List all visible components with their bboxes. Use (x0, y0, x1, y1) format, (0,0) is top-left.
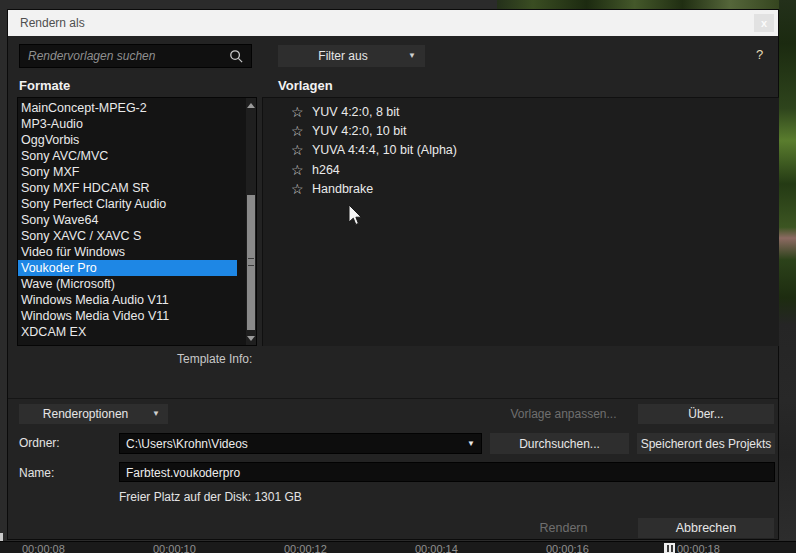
formats-list-items: MainConcept-MPEG-2MP3-AudioOggVorbisSony… (18, 100, 246, 340)
template-label: YUVA 4:4:4, 10 bit (Alpha) (312, 143, 457, 157)
format-list-item[interactable]: Sony Perfect Clarity Audio (18, 196, 237, 212)
favorite-star-icon[interactable]: ☆ (291, 182, 312, 196)
favorite-star-icon[interactable]: ☆ (291, 143, 312, 157)
folder-combobox[interactable]: C:\Users\Krohn\Videos ▼ (119, 433, 482, 454)
template-label: YUV 4:2:0, 10 bit (312, 124, 407, 138)
format-list-item[interactable]: Windows Media Audio V11 (18, 292, 237, 308)
format-list-item[interactable]: Wave (Microsoft) (18, 276, 237, 292)
free-space-text: Freier Platz auf der Disk: 1301 GB (119, 490, 302, 504)
cancel-button[interactable]: Abbrechen (638, 518, 774, 538)
timeline-timestamp: 00:00:18 (677, 543, 720, 553)
timeline-timestamp: 00:00:14 (415, 543, 458, 553)
customize-template-button: Vorlage anpassen... (506, 404, 621, 424)
dialog-title: Rendern als (20, 16, 85, 30)
project-location-label: Speicherort des Projekts (641, 437, 772, 451)
template-list-item[interactable]: ☆ YUV 4:2:0, 8 bit (263, 102, 779, 121)
template-label: Handbrake (312, 182, 373, 196)
format-list-item[interactable]: XDCAM EX (18, 324, 237, 340)
playhead-marker-icon[interactable] (664, 543, 675, 553)
template-label: h264 (312, 163, 340, 177)
favorite-star-icon[interactable]: ☆ (291, 124, 312, 138)
background-video-preview-right (779, 0, 796, 541)
render-as-dialog: Rendern als x Filter aus ▼ ? Formate Vor… (7, 9, 779, 540)
browse-label: Durchsuchen... (519, 437, 600, 451)
about-button[interactable]: Über... (638, 404, 774, 424)
scrollbar-thumb[interactable] (247, 195, 255, 330)
format-list-item[interactable]: Sony Wave64 (18, 212, 237, 228)
format-list-item[interactable]: Windows Media Video V11 (18, 308, 237, 324)
timeline-timestamp: 00:00:16 (546, 543, 589, 553)
chevron-down-icon[interactable]: ▼ (467, 440, 475, 448)
close-icon: x (761, 17, 767, 29)
scroll-down-icon[interactable] (247, 332, 255, 344)
favorite-star-icon[interactable]: ☆ (291, 163, 312, 177)
format-list-item[interactable]: Voukoder Pro (18, 260, 237, 276)
scroll-up-icon[interactable] (247, 99, 255, 111)
favorite-star-icon[interactable]: ☆ (291, 105, 312, 119)
format-list-item[interactable]: Sony AVC/MVC (18, 148, 237, 164)
template-list-item[interactable]: ☆ Handbrake (263, 179, 779, 198)
folder-path-value: C:\Users\Krohn\Videos (120, 437, 467, 451)
template-search-box (19, 44, 252, 68)
section-divider (8, 398, 778, 399)
render-options-button[interactable]: Renderoptionen ▼ (19, 404, 168, 424)
name-label: Name: (19, 466, 54, 480)
template-info-label: Template Info: (177, 352, 252, 366)
folder-label: Ordner: (19, 436, 60, 450)
template-list-item[interactable]: ☆ YUV 4:2:0, 10 bit (263, 121, 779, 140)
format-list-item[interactable]: MP3-Audio (18, 116, 237, 132)
close-button[interactable]: x (754, 14, 774, 32)
template-list-item[interactable]: ☆ YUVA 4:4:4, 10 bit (Alpha) (263, 141, 779, 160)
formats-scrollbar[interactable] (246, 98, 256, 345)
search-icon (229, 49, 244, 64)
template-label: YUV 4:2:0, 8 bit (312, 105, 400, 119)
timeline-ruler[interactable]: 00:00:0800:00:1000:00:1200:00:1400:00:16… (0, 541, 796, 553)
format-list-item[interactable]: Sony MXF (18, 164, 237, 180)
format-list-item[interactable]: Video für Windows (18, 244, 237, 260)
render-button: Rendern (506, 518, 621, 538)
render-options-label: Renderoptionen (19, 407, 152, 421)
dialog-body: Filter aus ▼ ? Formate Vorlagen MainConc… (8, 36, 778, 539)
project-location-button[interactable]: Speicherort des Projekts (637, 433, 775, 454)
dialog-titlebar[interactable]: Rendern als x (8, 10, 778, 36)
templates-header: Vorlagen (278, 78, 333, 93)
template-list-item[interactable]: ☆ h264 (263, 160, 779, 179)
templates-list-items: ☆ YUV 4:2:0, 8 bit ☆ YUV 4:2:0, 10 bit ☆… (263, 102, 779, 198)
format-list-item[interactable]: MainConcept-MPEG-2 (18, 100, 237, 116)
chevron-down-icon: ▼ (408, 52, 416, 60)
filter-dropdown-button[interactable]: Filter aus ▼ (278, 45, 425, 67)
about-label: Über... (688, 407, 723, 421)
format-list-item[interactable]: Sony MXF HDCAM SR (18, 180, 237, 196)
timeline-timestamp: 00:00:10 (153, 543, 196, 553)
help-button[interactable]: ? (756, 47, 763, 62)
timeline-timestamp: 00:00:12 (284, 543, 327, 553)
format-list-item[interactable]: Sony XAVC / XAVC S (18, 228, 237, 244)
filename-input[interactable] (120, 464, 774, 482)
format-list-item[interactable]: OggVorbis (18, 132, 237, 148)
scrollbar-grip-icon (248, 258, 254, 266)
cancel-label: Abbrechen (676, 521, 736, 535)
search-input[interactable] (20, 49, 229, 63)
render-label: Rendern (540, 521, 588, 535)
formats-list: MainConcept-MPEG-2MP3-AudioOggVorbisSony… (17, 97, 257, 346)
templates-panel: ☆ YUV 4:2:0, 8 bit ☆ YUV 4:2:0, 10 bit ☆… (262, 97, 779, 346)
customize-template-label: Vorlage anpassen... (510, 407, 616, 421)
filename-field (119, 462, 775, 482)
filter-label: Filter aus (278, 49, 408, 63)
timeline-timestamp: 00:00:08 (22, 543, 65, 553)
formats-header: Formate (19, 78, 70, 93)
chevron-down-icon: ▼ (152, 410, 160, 418)
browse-button[interactable]: Durchsuchen... (490, 433, 629, 454)
